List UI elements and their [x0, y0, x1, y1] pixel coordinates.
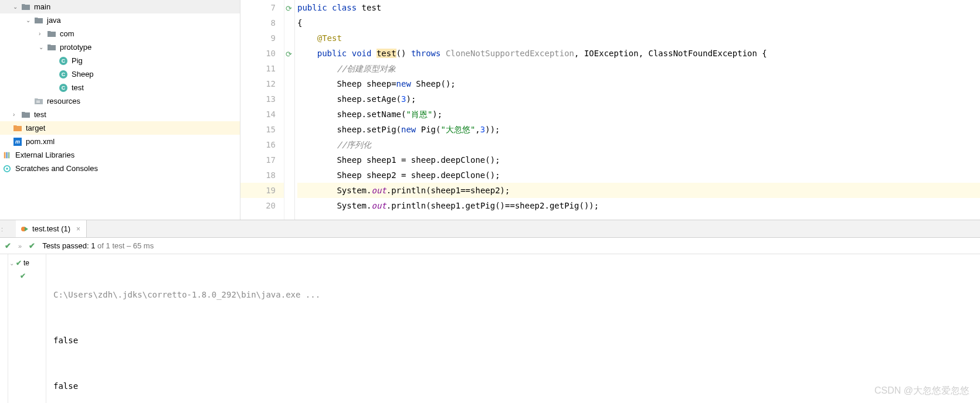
tree-label: test: [34, 110, 46, 119]
tree-item-external-libraries[interactable]: External Libraries: [0, 148, 240, 162]
gutter-line: 17: [240, 152, 284, 168]
tree-label: resources: [47, 97, 80, 105]
test-status-text: Tests passed: 1 of 1 test – 65 ms: [42, 241, 154, 250]
test-tree-item[interactable]: ✔: [9, 269, 45, 282]
tree-label: External Libraries: [15, 151, 74, 159]
console-output[interactable]: C:\Users\zdh\.jdks\corretto-1.8.0_292\bi…: [46, 254, 980, 403]
folder-icon: [21, 110, 30, 119]
folder-icon: [21, 2, 30, 12]
tree-item-target[interactable]: target: [0, 121, 240, 135]
maven-icon: m: [13, 137, 22, 146]
console-line: false: [53, 378, 973, 394]
svg-rect-3: [6, 152, 8, 158]
code-editor[interactable]: 7 8 9 10 11 12 13 14 15 16 17 18 19 20 ⟳…: [240, 0, 980, 220]
folder-icon: [47, 29, 56, 39]
gutter-line: 18: [240, 168, 284, 183]
svg-marker-8: [25, 227, 28, 231]
test-tree-root[interactable]: ⌄ ✔ te: [9, 257, 45, 269]
check-icon: ✔: [5, 241, 11, 250]
tree-item-test-file[interactable]: C test: [0, 81, 240, 94]
tree-label: main: [34, 2, 50, 11]
class-icon: C: [59, 56, 68, 66]
run-label: :: [0, 226, 3, 233]
resources-folder-icon: [34, 97, 43, 106]
test-status-bar: ✔ » ✔ Tests passed: 1 of 1 test – 65 ms: [0, 238, 980, 254]
tool-gutter: [0, 254, 8, 403]
run-tab-bar: : test.test (1) ×: [0, 220, 980, 238]
test-run-icon: [21, 225, 29, 233]
tree-item-pom[interactable]: m pom.xml: [0, 135, 240, 148]
console-line: false: [53, 333, 973, 348]
folder-icon: [47, 43, 56, 52]
console-line: C:\Users\zdh\.jdks\corretto-1.8.0_292\bi…: [53, 287, 973, 302]
tree-item-pig[interactable]: C Pig: [0, 54, 240, 67]
svg-rect-0: [36, 101, 40, 101]
check-icon: ✔: [29, 241, 35, 250]
tree-item-com[interactable]: › com: [0, 27, 240, 40]
tree-item-java[interactable]: ⌄ java: [0, 13, 240, 27]
chevron-down-icon: ⌄: [26, 17, 33, 23]
svg-point-6: [6, 168, 8, 170]
gutter-line: 8: [240, 15, 284, 30]
close-tab-icon[interactable]: ×: [76, 225, 80, 233]
folder-icon: [13, 124, 22, 133]
chevron-right-icon: ›: [39, 30, 46, 37]
tree-item-sheep[interactable]: C Sheep: [0, 67, 240, 81]
code-content[interactable]: public class test { @Test public void te…: [295, 0, 980, 220]
class-icon: C: [59, 70, 68, 79]
tree-label: com: [60, 29, 74, 38]
check-icon: ✔: [16, 259, 22, 267]
test-tree[interactable]: ⌄ ✔ te ✔: [8, 254, 46, 403]
test-tree-label: te: [23, 259, 29, 267]
class-icon: C: [59, 83, 68, 93]
libraries-icon: [2, 151, 12, 160]
tree-item-main[interactable]: ⌄ main: [0, 0, 240, 13]
tree-item-resources[interactable]: resources: [0, 94, 240, 108]
run-tab-label: test.test (1): [32, 224, 70, 233]
run-test-icon[interactable]: ⟳: [286, 47, 292, 62]
gutter-line: 20: [240, 198, 284, 213]
gutter-line: 16: [240, 137, 284, 152]
gutter-line: 10: [240, 46, 284, 61]
tree-label: test: [72, 83, 84, 92]
chevron-down-icon: ⌄: [13, 4, 20, 10]
chevron-down-icon: ⌄: [39, 44, 46, 50]
tree-label: pom.xml: [26, 137, 55, 146]
tree-label: prototype: [60, 43, 91, 52]
gutter-line: 7: [240, 0, 284, 15]
project-tree[interactable]: ⌄ main ⌄ java › com ⌄ prototype C Pig C …: [0, 0, 240, 220]
line-gutter: 7 8 9 10 11 12 13 14 15 16 17 18 19 20: [240, 0, 284, 220]
run-tab[interactable]: test.test (1) ×: [16, 220, 87, 237]
tree-label: Pig: [72, 56, 83, 65]
check-icon: ✔: [20, 272, 26, 280]
watermark: CSDN @大忽悠爱忽悠: [874, 385, 969, 397]
gutter-line: 14: [240, 107, 284, 122]
gutter-line: 11: [240, 61, 284, 76]
gutter-line: 12: [240, 76, 284, 91]
gutter-line: 13: [240, 91, 284, 107]
tree-item-prototype[interactable]: ⌄ prototype: [0, 40, 240, 54]
svg-rect-2: [4, 152, 6, 158]
run-class-icon[interactable]: ⟳: [286, 1, 292, 16]
folder-icon: [34, 16, 43, 25]
chevron-right-icon: ›: [13, 111, 20, 118]
scratches-icon: [2, 164, 12, 173]
gutter-line: 15: [240, 122, 284, 137]
gutter-line: 19: [240, 183, 284, 198]
svg-rect-4: [8, 152, 10, 158]
chevron-icon: »: [18, 243, 22, 250]
tree-label: target: [26, 124, 45, 132]
chevron-down-icon: ⌄: [9, 260, 14, 267]
tree-label: Scratches and Consoles: [15, 164, 98, 173]
gutter-line: 9: [240, 30, 284, 46]
tree-label: Sheep: [72, 70, 94, 78]
tree-label: java: [47, 16, 61, 25]
svg-rect-1: [36, 102, 40, 103]
tree-item-test-dir[interactable]: › test: [0, 108, 240, 121]
gutter-glyphs: ⟳ ⟳: [284, 0, 295, 220]
tree-item-scratches[interactable]: Scratches and Consoles: [0, 162, 240, 175]
